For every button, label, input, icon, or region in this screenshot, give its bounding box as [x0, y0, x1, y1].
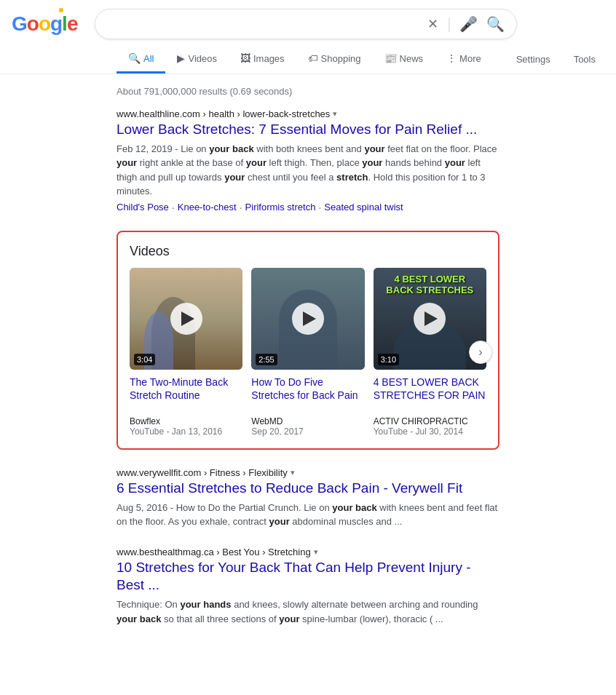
video-3-thumb-text: 4 BEST LOWERBACK STRETCHES: [374, 274, 486, 296]
tab-more-label: More: [459, 53, 481, 64]
video-2-meta: WebMD Sep 20, 2017: [251, 416, 364, 437]
result-1-link-3[interactable]: Piriformis stretch: [245, 202, 316, 213]
divider: |: [447, 16, 451, 33]
videos-next-button[interactable]: [469, 341, 492, 364]
result-1-link-2[interactable]: Knee-to-chest: [178, 202, 237, 213]
news-icon: 📰: [384, 52, 397, 64]
tab-videos[interactable]: ▶ Videos: [165, 45, 229, 74]
tab-shopping[interactable]: 🏷 Shopping: [296, 45, 373, 74]
sep-2: ·: [240, 202, 242, 213]
result-3-title[interactable]: 10 Stretches for Your Back That Can Help…: [117, 559, 499, 595]
clear-icon[interactable]: ✕: [427, 16, 438, 32]
video-3-play-button[interactable]: [414, 303, 446, 335]
result-2-url: www.verywellfit.com › Fitness › Flexibil…: [117, 467, 499, 478]
images-icon: 🖼: [240, 52, 250, 64]
video-1-duration: 3:04: [134, 354, 155, 365]
sep-1: ·: [172, 202, 175, 213]
logo-o1: o: [27, 12, 39, 36]
google-logo: Google: [12, 12, 77, 36]
logo-o2: o: [39, 12, 50, 36]
nav-right: Settings Tools: [508, 47, 616, 72]
tab-all[interactable]: 🔍 All: [117, 45, 165, 74]
video-3-title[interactable]: 4 BEST LOWER BACK STRETCHES FOR PAIN: [374, 376, 486, 402]
video-2-title[interactable]: How To Do Five Stretches for Back Pain: [251, 376, 364, 402]
videos-title: Videos: [130, 244, 486, 259]
video-thumb-1: 3:04: [130, 268, 242, 370]
all-icon: 🔍: [128, 52, 141, 64]
logo-l: l: [62, 12, 67, 36]
result-2-snippet: Aug 5, 2016 - How to Do the Partial Crun…: [117, 501, 499, 529]
video-2-play-button[interactable]: [292, 303, 324, 335]
play-triangle-2: [303, 311, 316, 326]
search-result-2: www.verywellfit.com › Fitness › Flexibil…: [117, 467, 499, 529]
result-2-arrow[interactable]: ▾: [291, 468, 295, 477]
tab-images[interactable]: 🖼 Images: [229, 45, 296, 74]
video-1-source: Bowflex: [130, 416, 242, 426]
search-result-1: www.healthline.com › health › lower-back…: [117, 108, 499, 213]
video-1-title[interactable]: The Two-Minute Back Stretch Routine: [130, 376, 242, 402]
video-3-meta: ACTIV CHIROPRACTIC YouTube - Jul 30, 201…: [374, 416, 486, 437]
videos-icon: ▶: [177, 52, 185, 64]
play-triangle-1: [181, 311, 194, 326]
result-1-snippet: Feb 12, 2019 - Lie on your back with bot…: [117, 142, 499, 199]
result-3-snippet: Technique: On your hands and knees, slow…: [117, 597, 499, 626]
nav-tabs: 🔍 All ▶ Videos 🖼 Images 🏷 Shopping 📰 New…: [0, 39, 616, 74]
video-3-duration: 3:10: [378, 354, 399, 365]
results-container: About 791,000,000 results (0.69 seconds)…: [0, 74, 616, 661]
videos-grid: 3:04 The Two-Minute Back Stretch Routine…: [130, 268, 486, 437]
chevron-right-icon: [478, 346, 482, 359]
result-3-url: www.besthealthmag.ca › Best You › Stretc…: [117, 547, 499, 557]
video-card-2[interactable]: 2:55 How To Do Five Stretches for Back P…: [251, 268, 364, 437]
video-1-play-button[interactable]: [170, 303, 202, 335]
search-button[interactable]: 🔍: [486, 15, 505, 33]
tools-link[interactable]: Tools: [565, 47, 604, 72]
search-result-3: www.besthealthmag.ca › Best You › Stretc…: [117, 547, 499, 626]
video-card-1[interactable]: 3:04 The Two-Minute Back Stretch Routine…: [130, 268, 242, 437]
search-input[interactable]: how to stretch your back: [107, 17, 422, 31]
results-count: About 791,000,000 results (0.69 seconds): [117, 80, 499, 108]
tab-all-label: All: [143, 53, 154, 64]
result-1-link-4[interactable]: Seated spinal twist: [324, 202, 403, 213]
sep-3: ·: [318, 202, 321, 213]
search-bar: how to stretch your back ✕ | 🎤 🔍: [95, 9, 517, 39]
tab-news[interactable]: 📰 News: [373, 45, 435, 74]
video-1-platform-date: YouTube - Jan 13, 2016: [130, 426, 242, 437]
video-2-source: WebMD: [251, 416, 364, 426]
video-thumb-2: 2:55: [251, 268, 364, 370]
result-1-title[interactable]: Lower Back Stretches: 7 Essential Moves …: [117, 121, 499, 139]
tab-videos-label: Videos: [188, 53, 217, 64]
video-3-source: ACTIV CHIROPRACTIC: [374, 416, 486, 426]
logo-e: e: [67, 12, 78, 36]
result-3-arrow[interactable]: ▾: [314, 547, 318, 557]
video-3-platform-date: YouTube - Jul 30, 2014: [374, 426, 486, 437]
logo-g: G: [12, 12, 27, 36]
logo-g2: g: [50, 12, 62, 36]
result-1-url: www.healthline.com › health › lower-back…: [117, 108, 499, 119]
search-icons: ✕ | 🎤 🔍: [427, 15, 505, 33]
result-1-link-1[interactable]: Child's Pose: [117, 202, 169, 213]
video-1-meta: Bowflex YouTube - Jan 13, 2016: [130, 416, 242, 437]
result-1-links: Child's Pose · Knee-to-chest · Piriformi…: [117, 202, 499, 213]
result-1-arrow[interactable]: ▾: [333, 109, 337, 119]
videos-section: Videos 3:04 The Tw: [117, 231, 499, 450]
tab-more[interactable]: ⋮ More: [435, 45, 493, 74]
result-2-title[interactable]: 6 Essential Stretches to Reduce Back Pai…: [117, 480, 499, 498]
video-2-platform-date: Sep 20, 2017: [251, 426, 364, 437]
play-triangle-3: [425, 311, 438, 326]
shopping-icon: 🏷: [308, 52, 318, 64]
header: Google how to stretch your back ✕ | 🎤 🔍: [0, 0, 616, 39]
more-icon: ⋮: [446, 52, 457, 64]
microphone-icon[interactable]: 🎤: [459, 15, 478, 33]
settings-link[interactable]: Settings: [508, 47, 559, 72]
tab-news-label: News: [400, 53, 424, 64]
video-2-duration: 2:55: [256, 354, 277, 365]
tab-images-label: Images: [253, 53, 285, 64]
tab-shopping-label: Shopping: [321, 53, 361, 64]
